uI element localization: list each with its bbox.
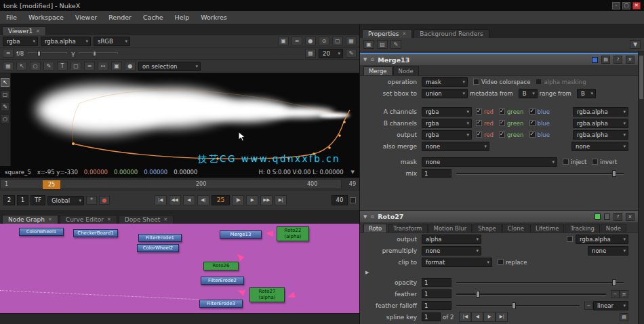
roto-output-checkbox[interactable] [567, 236, 573, 242]
field-tf[interactable]: TF [31, 195, 45, 205]
dot-icon[interactable]: ● [305, 37, 316, 45]
feather-value[interactable]: 1 [422, 289, 451, 298]
scrollbar-thumb[interactable] [639, 56, 643, 99]
rewind-button[interactable]: ◀◀ [169, 195, 181, 205]
node-roto22[interactable]: Roto22 (alpha) [277, 226, 309, 241]
play-button[interactable]: ▶ [246, 195, 258, 205]
falloff-slider-handle[interactable] [512, 302, 516, 309]
properties-scrollbar[interactable] [638, 52, 644, 324]
close-button[interactable]: ✕ [632, 2, 641, 9]
shape-disclosure[interactable]: ▶ [360, 268, 644, 277]
ellipse-icon[interactable]: ○ [30, 62, 41, 70]
menu-viewer[interactable]: Viewer [75, 14, 97, 21]
target-icon[interactable]: ⊙ [370, 214, 374, 220]
fps-field[interactable]: 40 [331, 195, 348, 205]
node-graph-canvas[interactable]: ColorWheel1 CheckerBoard1 FilterErode1 C… [0, 224, 359, 313]
feather-slider-handle[interactable] [476, 291, 480, 298]
node-colorwheel1[interactable]: ColorWheel1 [19, 228, 64, 236]
feather-slider[interactable] [456, 289, 606, 298]
gain-slider[interactable] [28, 52, 67, 54]
tab-tracking[interactable]: Tracking [565, 224, 599, 232]
current-frame-field[interactable]: 25 [212, 195, 230, 205]
node-filtererode1[interactable]: FilterErode1 [138, 234, 182, 242]
text-icon[interactable]: T [57, 62, 68, 70]
replace-checkbox[interactable] [498, 259, 504, 265]
marquee-tool[interactable]: ▢ [1, 90, 9, 99]
step-back-button[interactable]: ◀ [183, 195, 195, 205]
node-filtererode3[interactable]: FilterErode3 [199, 300, 243, 308]
pin-icon[interactable]: ▣ [363, 40, 374, 49]
out-red-checkbox[interactable] [476, 131, 482, 138]
range-from-dropdown[interactable]: B [577, 89, 596, 98]
marquee-icon[interactable]: ▢ [71, 62, 81, 70]
b-channels-dropdown[interactable]: rgba [422, 119, 472, 128]
edit-icon[interactable]: ✎ [390, 40, 401, 49]
channels-dropdown[interactable]: rgba [3, 37, 38, 46]
roto-output-dropdown[interactable]: alpha [422, 235, 481, 244]
gain-slider-handle[interactable] [37, 51, 41, 56]
node-roto26[interactable]: Roto26 [203, 262, 239, 270]
operation-dropdown[interactable]: mask [422, 77, 468, 87]
close-icon[interactable]: ✕ [36, 28, 40, 34]
tab-dope-sheet[interactable]: Dope Sheet ✕ [119, 215, 174, 224]
output-dropdown[interactable]: rgba [422, 130, 472, 140]
opacity-slider[interactable] [456, 278, 624, 287]
colorspace-dropdown[interactable]: sRGB [94, 37, 130, 46]
menu-cache[interactable]: Cache [143, 14, 163, 21]
feather-curve-icon[interactable]: ~ [611, 290, 620, 298]
caret-down-icon[interactable]: ▼ [351, 169, 355, 175]
b-blue-checkbox[interactable] [529, 120, 536, 126]
maximize-button[interactable]: ▢ [622, 2, 630, 9]
marquee-icon[interactable]: ▢ [332, 37, 343, 45]
grid-icon[interactable]: ▦ [3, 62, 14, 70]
feather-menu-icon[interactable]: ≡ [620, 290, 628, 298]
gear-icon[interactable]: * [86, 196, 97, 205]
mask-dropdown[interactable]: none [422, 157, 557, 167]
menu-icon[interactable]: ≡ [291, 37, 302, 45]
mix-slider-handle[interactable] [612, 170, 616, 177]
node-roto27[interactable]: Roto27 (alpha) [249, 287, 285, 302]
b-red-checkbox[interactable] [476, 120, 482, 126]
loop-checkbox[interactable] [350, 197, 356, 203]
prev-key-button[interactable]: ◀ [471, 312, 483, 322]
falloff-type-dropdown[interactable]: linear [593, 301, 628, 310]
swap-icon[interactable]: ↔ [98, 62, 108, 70]
target-icon[interactable]: ⊙ [319, 37, 329, 45]
tab-curve-editor[interactable]: Curve Editor ✕ [60, 215, 117, 224]
bbox-dropdown[interactable]: union [422, 89, 468, 98]
out-alpha-dropdown[interactable]: rgba.alpha [573, 130, 628, 140]
b-alpha-dropdown[interactable]: rgba.alpha [573, 119, 628, 128]
feather-falloff-value[interactable]: 1 [422, 301, 451, 310]
tab-background-renders[interactable]: Background Renders [414, 29, 489, 38]
gamma-slider-handle[interactable] [93, 51, 96, 56]
layout-icon[interactable]: ▤ [377, 40, 388, 49]
close-icon[interactable]: ✕ [107, 217, 111, 222]
go-end-button[interactable]: ▶| [275, 195, 287, 205]
dot-icon[interactable]: ● [125, 62, 136, 70]
close-icon[interactable]: ✕ [48, 217, 52, 222]
menu-render[interactable]: Render [108, 14, 132, 21]
roto-spline[interactable] [11, 73, 359, 166]
node-color-swatch[interactable] [595, 214, 601, 220]
tab-viewer1[interactable]: Viewer1 ✕ [2, 26, 46, 35]
selection-mode-dropdown[interactable]: on selection [138, 62, 201, 71]
next-key-button[interactable]: |▶ [232, 195, 244, 205]
select-tool[interactable]: ↖ [1, 78, 9, 87]
tab-lifetime[interactable]: Lifetime [530, 224, 565, 232]
key-menu-icon[interactable]: ▤ [620, 313, 628, 321]
cursor-icon[interactable]: ↖ [16, 62, 27, 70]
menu-workspace[interactable]: Workspace [28, 14, 64, 21]
out-green-checkbox[interactable] [499, 131, 505, 138]
next-key-button[interactable]: ▶ [483, 312, 496, 322]
a-blue-checkbox[interactable] [529, 108, 536, 115]
merge13-header[interactable]: ▼ ⊙ Merge13 ▤ ? ✕ [360, 53, 638, 65]
metadata-from-dropdown[interactable]: B [519, 89, 538, 98]
record-icon[interactable]: ● [99, 196, 110, 205]
menu-icon[interactable]: ≡ [84, 62, 95, 70]
tab-motion-blur[interactable]: Motion Blur [428, 224, 472, 232]
opacity-value[interactable]: 1 [422, 278, 451, 287]
node-colorwheel2[interactable]: ColorWheel2 [137, 244, 179, 252]
collapse-icon[interactable]: ▼ [363, 57, 367, 62]
go-start-button[interactable]: |◀ [155, 195, 167, 205]
first-key-button[interactable]: |◀ [459, 312, 471, 322]
